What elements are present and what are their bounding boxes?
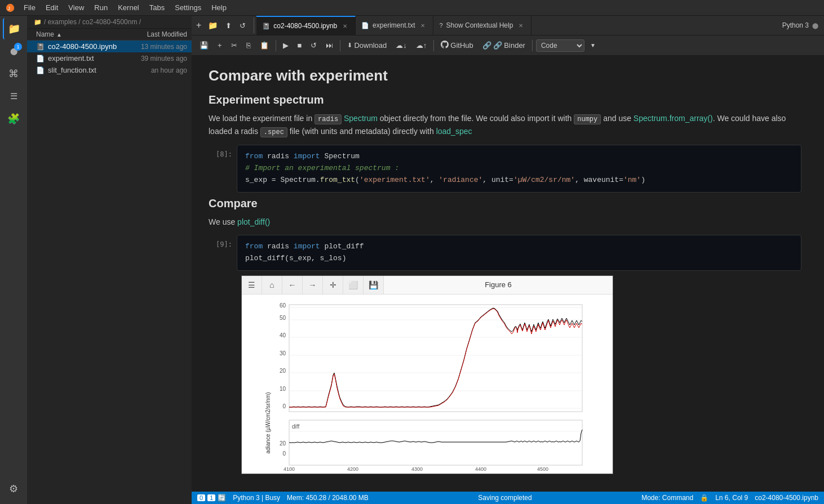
activity-running-btn[interactable]: ⬤ 1	[3, 41, 24, 62]
paste-btn[interactable]: 📋	[256, 40, 272, 51]
cell-type-select[interactable]: Code Markdown Raw	[536, 39, 584, 52]
y-tick-20: 20	[280, 368, 286, 374]
menu-item-tabs[interactable]: Tabs	[145, 2, 169, 13]
copy-btn[interactable]: ⎘	[243, 40, 254, 51]
tab-notebook-close[interactable]: ✕	[340, 21, 349, 30]
kernel-status-label: Python 3 | Busy	[233, 494, 280, 502]
svg-text:J: J	[8, 5, 11, 11]
link-load-spec[interactable]: load_spec	[436, 127, 472, 136]
cell-type-dropdown-btn[interactable]: ▼	[587, 41, 599, 50]
download-icon: ⬇	[347, 42, 352, 49]
run-btn[interactable]: ▶	[280, 40, 292, 51]
fig-forward-btn[interactable]: →	[303, 276, 323, 294]
menu-item-view[interactable]: View	[64, 2, 88, 13]
tab-help-close[interactable]: ✕	[516, 21, 525, 30]
upper-plot-bg	[289, 305, 582, 412]
tab-notebook[interactable]: 📓 co2-4080-4500.ipynb ✕	[256, 16, 356, 35]
notebook-heading1: Compare with experiment	[209, 67, 801, 84]
running-badge: 1	[14, 43, 22, 51]
settings-icon: ⚙	[9, 483, 18, 495]
figure-plot-area: adiance (µW/cm2/sr/nm) 0 10 20 30 40 50 …	[242, 295, 613, 474]
upload-btn[interactable]: ⬆	[222, 20, 235, 31]
interrupt-btn[interactable]: ■	[294, 40, 305, 51]
download-btn[interactable]: ⬇ Download	[344, 40, 390, 51]
toolbar-div1	[276, 40, 276, 51]
restart-run-btn[interactable]: ⏭	[322, 40, 336, 51]
memory-label: Mem: 450.28 / 2048.00 MB	[287, 494, 369, 502]
menu-item-settings[interactable]: Settings	[170, 2, 206, 13]
cell-9-line1: from radis import plot_diff	[245, 241, 793, 253]
cell-9: [9]: from radis import plot_diff plot_di…	[209, 235, 801, 271]
link-from-array[interactable]: Spectrum.from_array()	[633, 114, 713, 123]
menu-item-file[interactable]: File	[19, 2, 40, 13]
txt-file-icon-1: 📄	[36, 55, 45, 63]
commands-icon: ⌘	[8, 68, 19, 80]
fig-home-btn[interactable]: ⌂	[262, 276, 282, 294]
save-btn[interactable]: 💾	[196, 40, 212, 51]
fig-back-btn[interactable]: ←	[282, 276, 303, 294]
activity-tabs-btn[interactable]: ☰	[3, 86, 24, 107]
tab-experiment-close[interactable]: ✕	[418, 21, 427, 30]
cell-9-code[interactable]: from radis import plot_diff plot_diff(s_…	[237, 235, 801, 271]
sort-icon: ▲	[56, 32, 62, 38]
y-tick-30: 30	[280, 350, 286, 356]
cell-8-line3: s_exp = Spectrum.from_txt('experiment.tx…	[245, 175, 793, 186]
x-tick-4500: 4500	[537, 466, 548, 472]
tab-help[interactable]: ? Show Contextual Help ✕	[433, 16, 531, 35]
cell-9-line2: plot_diff(s_exp, s_los)	[245, 253, 793, 265]
file-item-slit[interactable]: 📄 slit_function.txt an hour ago	[27, 64, 192, 76]
mode-label: Mode: Command	[641, 494, 693, 502]
cell-9-content[interactable]: from radis import plot_diff plot_diff(s_…	[237, 235, 801, 271]
fig-pan-btn[interactable]: ✛	[323, 276, 343, 294]
saving-status: Saving completed	[375, 494, 635, 502]
notebook-tab-icon: 📓	[262, 23, 270, 30]
cell-8-code[interactable]: from radis import Spectrum # Import an e…	[237, 145, 801, 192]
activity-commands-btn[interactable]: ⌘	[3, 63, 24, 84]
menu-item-kernel[interactable]: Kernel	[113, 2, 144, 13]
activity-extensions-btn[interactable]: 🧩	[3, 108, 24, 130]
file-item-notebook[interactable]: 📓 co2-4080-4500.ipynb 13 minutes ago	[27, 41, 192, 52]
activity-settings-btn[interactable]: ⚙	[3, 478, 24, 499]
fig-menu-btn[interactable]: ☰	[242, 276, 262, 294]
extensions-icon: 🧩	[7, 113, 20, 125]
link-plot-diff[interactable]: plot_diff()	[237, 217, 270, 226]
file-item-experiment[interactable]: 📄 experiment.txt 39 minutes ago	[27, 52, 192, 64]
new-folder-btn[interactable]: 📁	[205, 20, 221, 31]
fig-save-btn[interactable]: 💾	[364, 276, 384, 294]
cell-count-indicator: 0 1 🔄	[197, 494, 226, 502]
binder-btn[interactable]: 🔗 🔗 Binder	[479, 40, 529, 51]
status-sync-icon: 🔄	[218, 494, 226, 502]
cloud-upload-btn[interactable]: ☁↑	[413, 40, 431, 51]
y-axis-label: adiance (µW/cm2/sr/nm)	[265, 392, 271, 453]
tab-experiment[interactable]: 📄 experiment.txt ✕	[356, 16, 433, 35]
app-logo: J	[5, 2, 16, 14]
position-label: Ln 6, Col 9	[715, 494, 748, 502]
cell-8-content[interactable]: from radis import Spectrum # Import an e…	[237, 145, 801, 192]
add-cell-btn[interactable]: +	[214, 40, 225, 51]
menu-item-edit[interactable]: Edit	[41, 2, 63, 13]
menu-item-help[interactable]: Help	[207, 2, 231, 13]
new-launcher-btn[interactable]: +	[194, 19, 203, 32]
activity-files-btn[interactable]: 📁	[3, 18, 24, 39]
figure-title: Figure 6	[384, 277, 613, 292]
figure-toolbar: ☰ ⌂ ← → ✛ ⬜ 💾 Figure 6	[242, 276, 613, 295]
cloud-download-btn[interactable]: ☁↓	[392, 40, 410, 51]
link-spectrum[interactable]: Spectrum	[344, 114, 378, 123]
github-btn[interactable]: GitHub	[437, 39, 476, 51]
code-radis: radis	[314, 114, 342, 124]
refresh-btn[interactable]: ↺	[236, 20, 249, 31]
cut-btn[interactable]: ✂	[228, 40, 241, 51]
restart-btn[interactable]: ↺	[307, 40, 320, 51]
notebook-scroll[interactable]: Compare with experiment Experiment spect…	[192, 56, 824, 492]
folder-icon-sidebar: 📁	[34, 19, 42, 26]
notebook-file-icon: 📓	[36, 43, 45, 51]
menu-bar: J FileEditViewRunKernelTabsSettingsHelp	[0, 0, 824, 16]
y-tick-0: 0	[282, 403, 286, 409]
section2-paragraph: We use plot_diff()	[209, 216, 801, 228]
fig-zoom-btn[interactable]: ⬜	[343, 276, 364, 294]
cell-8-line2: # Import an experimental spectrum :	[245, 163, 793, 175]
x-tick-4200: 4200	[347, 466, 358, 472]
menu-item-run[interactable]: Run	[90, 2, 112, 13]
kernel-label: Python 3	[782, 21, 809, 29]
figure-6: ☰ ⌂ ← → ✛ ⬜ 💾 Figure 6 a	[241, 275, 613, 474]
